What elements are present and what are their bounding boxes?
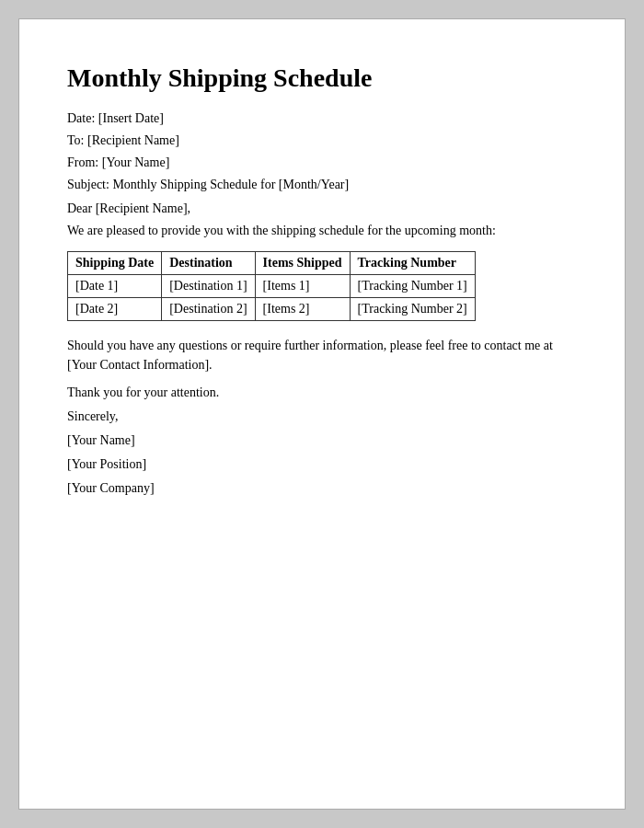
subject-line: Subject: Monthly Shipping Schedule for [… (67, 178, 577, 192)
table-cell: [Destination 1] (162, 275, 255, 298)
shipping-table: Shipping Date Destination Items Shipped … (67, 251, 476, 321)
table-row: [Date 2][Destination 2][Items 2][Trackin… (68, 298, 476, 321)
sign-company: [Your Company] (67, 481, 577, 496)
thank-you-text: Thank you for your attention. (67, 385, 577, 400)
table-row: [Date 1][Destination 1][Items 1][Trackin… (68, 275, 476, 298)
col-destination: Destination (162, 252, 255, 275)
intro-text: We are pleased to provide you with the s… (67, 224, 577, 238)
sincerely-text: Sincerely, (67, 409, 577, 424)
table-cell: [Items 1] (255, 275, 350, 298)
sign-position: [Your Position] (67, 457, 577, 472)
sign-name: [Your Name] (67, 433, 577, 448)
closing-body-text: Should you have any questions or require… (67, 336, 577, 374)
table-cell: [Date 1] (68, 275, 162, 298)
table-cell: [Tracking Number 1] (350, 275, 475, 298)
col-tracking-number: Tracking Number (350, 252, 475, 275)
document-page: Monthly Shipping Schedule Date: [Insert … (18, 18, 626, 810)
from-line: From: [Your Name] (67, 155, 577, 170)
table-cell: [Date 2] (68, 298, 162, 321)
page-title: Monthly Shipping Schedule (67, 63, 577, 93)
table-cell: [Tracking Number 2] (350, 298, 475, 321)
table-header-row: Shipping Date Destination Items Shipped … (68, 252, 476, 275)
table-cell: [Destination 2] (162, 298, 255, 321)
table-cell: [Items 2] (255, 298, 350, 321)
date-line: Date: [Insert Date] (67, 111, 577, 126)
col-shipping-date: Shipping Date (68, 252, 162, 275)
greeting-text: Dear [Recipient Name], (67, 201, 577, 216)
to-line: To: [Recipient Name] (67, 133, 577, 148)
col-items-shipped: Items Shipped (255, 252, 350, 275)
